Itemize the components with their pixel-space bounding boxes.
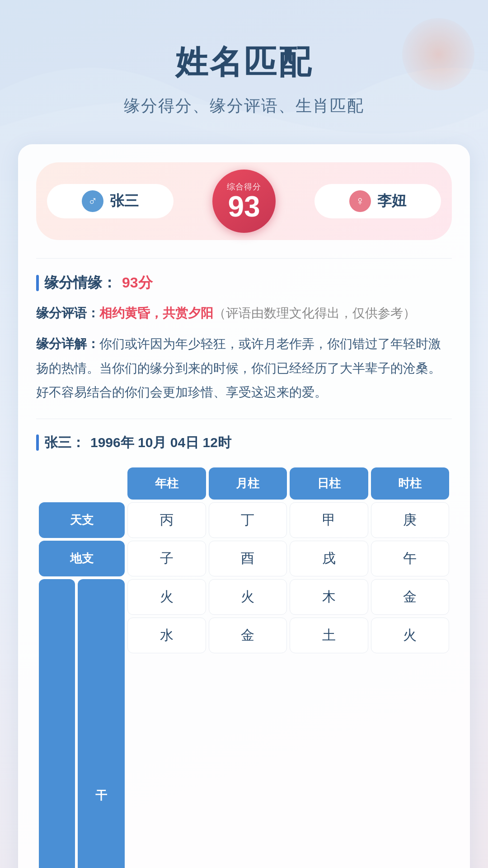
wuxing-gan-1: 火 xyxy=(127,579,206,615)
detail-label: 缘分详解： xyxy=(36,337,99,351)
yuanfen-section: 缘分情缘：93分 缘分评语：相约黄昏，共赏夕阳（评语由数理文化得出，仅供参考） … xyxy=(36,273,452,404)
score-header: ♂ 张三 综合得分 93 ♀ 李妞 xyxy=(36,162,452,240)
col-header-nianzhu: 年柱 xyxy=(127,467,206,500)
section-bar-1 xyxy=(36,275,39,291)
person1-bazi-section: 张三： 1996年 10月 04日 12时 年柱 月柱 xyxy=(36,434,452,868)
person1-bazi-name: 张三： xyxy=(44,434,85,452)
pinyu-label: 缘分评语： xyxy=(36,306,99,320)
page-subtitle: 缘分得分、缘分评语、生肖匹配 xyxy=(18,95,470,117)
yuanfen-score: 93分 xyxy=(122,273,153,293)
person2-pill: ♀ 李妞 xyxy=(314,184,441,218)
person1-bazi-title: 张三： 1996年 10月 04日 12时 xyxy=(36,434,452,452)
score-badge: 综合得分 93 xyxy=(212,170,276,233)
wuxing-gan-3: 木 xyxy=(290,579,368,615)
dizhi-val-2: 酉 xyxy=(209,541,287,576)
person2-name: 李妞 xyxy=(377,191,406,211)
person1-bazi-date: 1996年 10月 04日 12时 xyxy=(90,434,231,452)
dizhi-val-3: 戌 xyxy=(290,541,368,576)
tiangan-row: 天支 丙 丁 甲 庚 xyxy=(39,502,449,538)
yuanfen-detail-row: 缘分详解：你们或许因为年少轻狂，或许月老作弄，你们错过了年轻时激扬的热情。当你们… xyxy=(36,332,452,404)
tiangan-val-1: 丙 xyxy=(127,502,206,538)
yuanfen-title: 缘分情缘：93分 xyxy=(36,273,452,293)
dizhi-row: 地支 子 酉 戌 午 xyxy=(39,541,449,576)
tiangan-val-2: 丁 xyxy=(209,502,287,538)
main-card: ♂ 张三 综合得分 93 ♀ 李妞 缘分情缘：93分 缘分评语：相约黄昏，共赏夕 xyxy=(18,144,470,868)
yuanfen-title-text: 缘分情缘： xyxy=(44,273,117,293)
page-title: 姓名匹配 xyxy=(18,41,470,84)
pinyu-note: （评语由数理文化得出，仅供参考） xyxy=(213,306,416,320)
bazi-table: 年柱 月柱 日柱 时柱 天支 丙 丁 甲 庚 xyxy=(36,465,452,868)
dizhi-label: 地支 xyxy=(39,541,125,576)
tiangan-val-3: 甲 xyxy=(290,502,368,538)
wuxing-zhi-1: 水 xyxy=(127,618,206,653)
tiangan-label: 天支 xyxy=(39,502,125,538)
col-header-yuezhu: 月柱 xyxy=(209,467,287,500)
dizhi-val-1: 子 xyxy=(127,541,206,576)
section-bar-2 xyxy=(36,434,39,451)
male-icon: ♂ xyxy=(82,190,103,212)
wuxing-gan-label: 干 xyxy=(78,579,125,868)
score-value: 93 xyxy=(228,192,260,221)
wuxing-zhi-2: 金 xyxy=(209,618,287,653)
dizhi-val-4: 午 xyxy=(371,541,450,576)
yuanfen-pinyu-row: 缘分评语：相约黄昏，共赏夕阳（评语由数理文化得出，仅供参考） xyxy=(36,302,452,325)
col-header-shizhu: 时柱 xyxy=(371,467,450,500)
wuxing-zhi-4: 火 xyxy=(371,618,450,653)
wuxing-gan-2: 火 xyxy=(209,579,287,615)
tiangan-val-4: 庚 xyxy=(371,502,450,538)
wuxing-main-label: 五行 xyxy=(39,579,75,868)
person1-name: 张三 xyxy=(110,191,139,211)
person1-pill: ♂ 张三 xyxy=(47,184,174,218)
wuxing-gan-4: 金 xyxy=(371,579,450,615)
wuxing-zhi-3: 土 xyxy=(290,618,368,653)
female-icon: ♀ xyxy=(349,190,371,212)
pinyu-highlight: 相约黄昏，共赏夕阳 xyxy=(99,306,213,320)
wuxing-gan-row: 五行 干 支 火 火 xyxy=(39,579,449,868)
divider-1 xyxy=(36,258,452,259)
col-header-rizhu: 日柱 xyxy=(290,467,368,500)
divider-2 xyxy=(36,419,452,419)
